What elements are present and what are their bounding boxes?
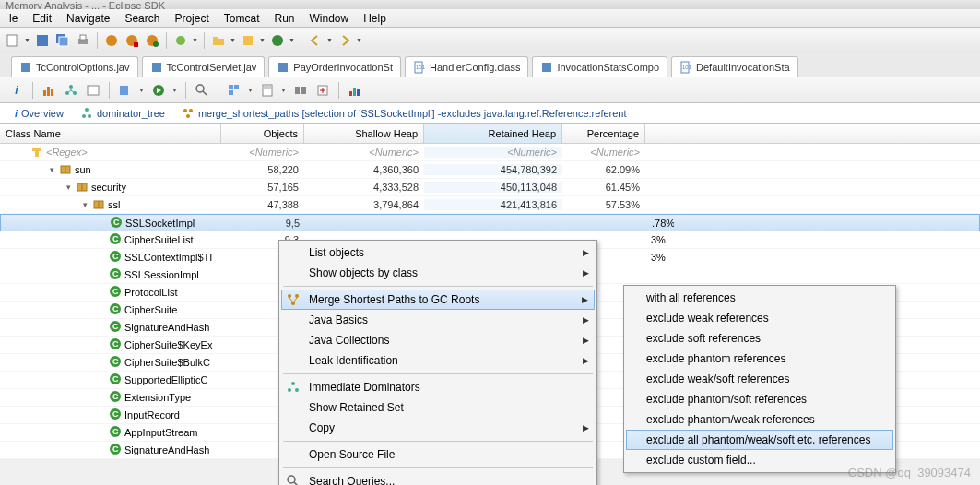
twisty-icon[interactable] bbox=[98, 219, 107, 228]
dropdown-icon[interactable]: ▼ bbox=[289, 37, 296, 43]
table-row[interactable]: ▾ssl47,3883,794,864421,413,81657.53% bbox=[0, 196, 980, 214]
col-shallow-heap[interactable]: Shallow Heap bbox=[304, 124, 424, 143]
menu-navigate[interactable]: Navigate bbox=[59, 10, 117, 27]
sub-excl-phantom-soft[interactable]: exclude phantom/soft references bbox=[626, 389, 893, 409]
print-button[interactable] bbox=[74, 31, 92, 50]
menu-merge-paths[interactable]: Merge Shortest Paths to GC Roots ▶ with … bbox=[281, 290, 595, 310]
info-icon[interactable]: i bbox=[7, 81, 26, 100]
editor-tab[interactable]: PayOrderInvocationSt bbox=[268, 56, 401, 77]
numeric-placeholder[interactable]: <Numeric> bbox=[221, 147, 304, 158]
sub-excl-all[interactable]: exclude all phantom/weak/soft etc. refer… bbox=[626, 430, 893, 450]
sub-excl-phantom[interactable]: exclude phantom references bbox=[626, 349, 893, 369]
calc-icon[interactable] bbox=[258, 81, 277, 100]
sub-excl-phantom-weak[interactable]: exclude phantom/weak references bbox=[626, 409, 893, 430]
numeric-placeholder[interactable]: <Numeric> bbox=[562, 147, 645, 158]
regex-placeholder[interactable]: <Regex> bbox=[46, 147, 88, 158]
save-all-button[interactable] bbox=[53, 31, 72, 50]
export-icon[interactable] bbox=[313, 81, 332, 100]
cat-icon[interactable] bbox=[102, 31, 121, 50]
menu-immediate-dominators[interactable]: Immediate Dominators bbox=[281, 377, 595, 397]
menu-window[interactable]: Window bbox=[302, 10, 357, 27]
editor-tab[interactable]: 101DefaultInvocationSta bbox=[671, 56, 798, 77]
twisty-icon[interactable]: ▾ bbox=[47, 165, 56, 174]
new-button[interactable] bbox=[4, 31, 22, 50]
menu-file[interactable]: le bbox=[2, 10, 25, 27]
col-objects[interactable]: Objects bbox=[221, 124, 304, 143]
dropdown-icon[interactable]: ▼ bbox=[280, 87, 288, 93]
col-retained-heap[interactable]: Retained Heap bbox=[424, 124, 562, 143]
dropdown-icon[interactable]: ▼ bbox=[138, 87, 146, 93]
table-row[interactable]: ▾sun58,2204,360,360454,780,39262.09% bbox=[0, 161, 980, 179]
threads-icon[interactable] bbox=[116, 81, 135, 100]
open-folder-button[interactable] bbox=[209, 31, 228, 50]
chart-icon[interactable] bbox=[346, 81, 364, 100]
dropdown-icon[interactable]: ▼ bbox=[24, 37, 31, 43]
twisty-icon[interactable] bbox=[97, 340, 106, 349]
twisty-icon[interactable] bbox=[97, 410, 106, 420]
twisty-icon[interactable] bbox=[97, 428, 106, 437]
menu-leak[interactable]: Leak Identification▶ bbox=[281, 350, 595, 371]
filter-row[interactable]: <Regex> <Numeric> <Numeric> <Numeric> <N… bbox=[0, 144, 980, 161]
twisty-icon[interactable] bbox=[97, 253, 106, 262]
debug-button[interactable] bbox=[171, 31, 190, 50]
menu-list-objects[interactable]: List objects▶ bbox=[281, 243, 595, 263]
col-percentage[interactable]: Percentage bbox=[562, 124, 645, 143]
twisty-icon[interactable] bbox=[97, 358, 106, 367]
twisty-icon[interactable] bbox=[97, 270, 106, 279]
run-icon[interactable] bbox=[149, 81, 168, 100]
cat-stop-icon[interactable] bbox=[123, 31, 141, 50]
group-icon[interactable] bbox=[225, 81, 243, 100]
twisty-icon[interactable] bbox=[97, 445, 106, 455]
dominator-tab[interactable]: dominator_tree bbox=[77, 105, 169, 122]
sub-excl-weak-soft[interactable]: exclude weak/soft references bbox=[626, 369, 893, 389]
twisty-icon[interactable] bbox=[97, 288, 106, 297]
menu-help[interactable]: Help bbox=[356, 10, 394, 27]
dropdown-icon[interactable]: ▼ bbox=[230, 37, 237, 43]
col-class-name[interactable]: Class Name bbox=[0, 124, 221, 143]
editor-tab[interactable]: TcControlOptions.jav bbox=[11, 56, 138, 77]
menu-search[interactable]: Search bbox=[117, 10, 167, 27]
numeric-placeholder[interactable]: <Numeric> bbox=[424, 147, 562, 158]
menu-retained-set[interactable]: Show Retained Set bbox=[281, 397, 595, 418]
twisty-icon[interactable] bbox=[97, 393, 106, 402]
menu-java-collections[interactable]: Java Collections▶ bbox=[281, 330, 595, 350]
menu-run[interactable]: Run bbox=[266, 10, 301, 27]
sub-with-all[interactable]: with all references bbox=[626, 288, 893, 308]
sub-excl-weak[interactable]: exclude weak references bbox=[626, 308, 893, 328]
editor-tab[interactable]: TcControlServlet.jav bbox=[142, 56, 266, 77]
twisty-icon[interactable]: ▾ bbox=[80, 200, 89, 209]
table-row[interactable]: CSSLSocketImpl9,5.78% bbox=[0, 214, 980, 231]
dropdown-icon[interactable]: ▼ bbox=[326, 37, 334, 43]
menu-edit[interactable]: Edit bbox=[25, 10, 59, 27]
numeric-placeholder[interactable]: <Numeric> bbox=[304, 147, 424, 158]
menu-open-source[interactable]: Open Source File bbox=[281, 444, 595, 465]
twisty-icon[interactable] bbox=[97, 305, 106, 314]
dropdown-icon[interactable]: ▼ bbox=[356, 37, 363, 43]
menu-project[interactable]: Project bbox=[167, 10, 216, 27]
dropdown-icon[interactable]: ▼ bbox=[171, 87, 179, 93]
dropdown-icon[interactable]: ▼ bbox=[259, 37, 266, 43]
oql-icon[interactable] bbox=[84, 81, 102, 100]
back-button[interactable] bbox=[306, 31, 325, 50]
editor-tab[interactable]: InvocationStatsCompo bbox=[532, 56, 667, 77]
twisty-icon[interactable] bbox=[97, 323, 106, 332]
compare-icon[interactable] bbox=[291, 81, 310, 100]
editor-tab[interactable]: 101HandlerConfig.class bbox=[405, 56, 528, 77]
overview-tab[interactable]: iOverview bbox=[11, 106, 67, 121]
table-row[interactable]: ▾security57,1654,333,528450,113,04861.45… bbox=[0, 179, 980, 196]
save-button[interactable] bbox=[33, 31, 52, 50]
forward-button[interactable] bbox=[336, 31, 354, 50]
twisty-icon[interactable]: ▾ bbox=[64, 183, 73, 192]
twisty-icon[interactable] bbox=[97, 235, 106, 244]
merge-tab[interactable]: merge_shortest_paths [selection of 'SSLS… bbox=[178, 105, 631, 122]
sub-excl-soft[interactable]: exclude soft references bbox=[626, 328, 893, 349]
dropdown-icon[interactable]: ▼ bbox=[192, 37, 199, 43]
menu-search-queries[interactable]: Search Queries... bbox=[281, 471, 595, 485]
search-icon[interactable] bbox=[193, 81, 211, 100]
new-package-button[interactable] bbox=[239, 31, 257, 50]
menu-java-basics[interactable]: Java Basics▶ bbox=[281, 310, 595, 330]
new-class-button[interactable] bbox=[268, 31, 287, 50]
twisty-icon[interactable] bbox=[97, 375, 106, 384]
dropdown-icon[interactable]: ▼ bbox=[247, 87, 254, 93]
cat-restart-icon[interactable] bbox=[143, 31, 161, 50]
